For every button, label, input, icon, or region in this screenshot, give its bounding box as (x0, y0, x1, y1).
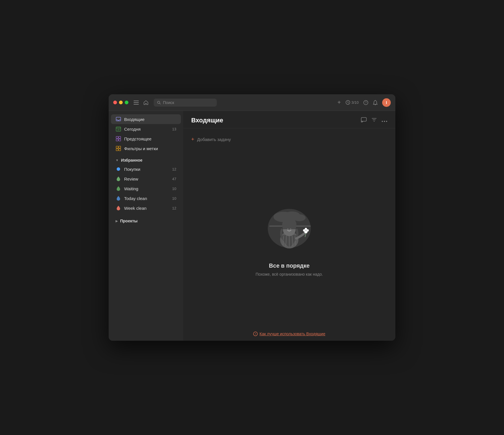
svg-point-24 (382, 121, 383, 122)
maximize-button[interactable] (125, 101, 128, 104)
minimize-button[interactable] (119, 101, 123, 104)
sidebar-item-today-clean-label: Today clean (124, 196, 169, 201)
sidebar-item-shopping-label: Покупки (124, 167, 169, 172)
week-clean-drop-icon (116, 205, 121, 211)
sidebar-item-week-clean-count: 12 (172, 206, 176, 210)
favorites-title: Избранное (121, 158, 142, 162)
clock-icon (345, 100, 350, 105)
svg-text:?: ? (365, 101, 367, 104)
sidebar-item-inbox-label: Входящие (124, 117, 176, 122)
search-input[interactable] (163, 100, 213, 105)
timer-button[interactable]: 3/10 (345, 100, 359, 105)
today-clean-drop-icon (116, 195, 121, 201)
help-link[interactable]: ? Как лучше использовать Входящие (253, 332, 325, 336)
sidebar-toggle-icon[interactable] (133, 99, 139, 106)
svg-rect-16 (116, 146, 118, 148)
help-link-text: Как лучше использовать Входящие (259, 332, 325, 336)
main-content: Входящие 10 Сегодня 13 (109, 111, 395, 341)
favorites-section: ▼ Избранное Покупки 12 (109, 156, 183, 213)
sidebar-item-filters[interactable]: Фильтры и метки (111, 144, 181, 153)
content-header: Входящие (183, 111, 395, 128)
empty-state-subtitle: Похоже, всё организовано как надо. (256, 272, 323, 277)
svg-rect-17 (119, 146, 121, 148)
svg-text:?: ? (255, 333, 256, 336)
sidebar-item-inbox[interactable]: Входящие (111, 114, 181, 124)
add-task-plus-icon: + (191, 136, 194, 142)
search-bar[interactable] (154, 99, 217, 107)
page-title: Входящие (191, 117, 223, 124)
task-counter: 3/10 (351, 100, 359, 105)
sidebar-item-waiting-label: Waiting (124, 186, 169, 191)
empty-state: Все в порядке Похоже, всё организовано к… (250, 153, 329, 321)
svg-rect-19 (119, 149, 121, 151)
close-button[interactable] (113, 101, 117, 104)
comment-icon[interactable] (361, 117, 367, 124)
sidebar-item-upcoming-label: Предстоящее (124, 136, 176, 141)
empty-state-title: Все в порядке (269, 262, 310, 269)
add-task-row[interactable]: + Добавить задачу (191, 134, 387, 145)
titlebar: + 3/10 ? I (109, 94, 395, 111)
review-drop-icon (116, 176, 121, 182)
svg-point-46 (305, 230, 307, 231)
home-icon[interactable] (143, 99, 149, 106)
sidebar-item-today[interactable]: 10 Сегодня 13 (111, 124, 181, 134)
content-footer: ? Как лучше использовать Входящие (183, 327, 395, 341)
projects-header[interactable]: ▶ Проекты (111, 217, 181, 225)
sidebar-item-shopping[interactable]: Покупки 12 (111, 164, 181, 174)
inbox-icon (116, 116, 121, 122)
svg-rect-13 (119, 136, 121, 138)
add-button[interactable]: + (337, 99, 341, 106)
shopping-dot-icon (116, 166, 121, 172)
notifications-icon[interactable] (373, 100, 378, 105)
traffic-lights (113, 101, 128, 104)
sidebar: Входящие 10 Сегодня 13 (109, 111, 183, 341)
svg-rect-20 (361, 117, 366, 121)
sidebar-item-today-count: 13 (172, 127, 176, 131)
svg-text:10: 10 (117, 129, 120, 131)
svg-rect-1 (134, 102, 139, 103)
sidebar-item-filters-label: Фильтры и метки (124, 146, 176, 151)
today-icon: 10 (116, 126, 121, 132)
svg-point-25 (384, 121, 385, 122)
projects-section: ▶ Проекты (109, 217, 183, 225)
sidebar-item-waiting-count: 10 (172, 187, 176, 191)
sidebar-item-review-label: Review (124, 177, 169, 181)
help-circle-icon: ? (253, 332, 258, 336)
content-area: Входящие (183, 111, 395, 341)
sidebar-item-review[interactable]: Review 47 (111, 174, 181, 184)
search-icon (157, 101, 161, 105)
sidebar-item-waiting[interactable]: Waiting 10 (111, 184, 181, 193)
svg-rect-18 (116, 149, 118, 151)
user-avatar[interactable]: I (382, 98, 391, 107)
svg-rect-2 (134, 104, 139, 105)
more-options-icon[interactable] (382, 117, 387, 124)
svg-rect-15 (119, 139, 121, 141)
svg-point-26 (386, 121, 387, 122)
add-task-label: Добавить задачу (197, 137, 231, 142)
help-icon[interactable]: ? (363, 100, 368, 105)
svg-line-4 (160, 103, 161, 104)
filters-icon (116, 146, 121, 151)
sidebar-item-upcoming[interactable]: Предстоящее (111, 134, 181, 144)
svg-rect-12 (116, 136, 118, 138)
sidebar-item-week-clean-label: Week clean (124, 206, 169, 211)
app-window: + 3/10 ? I (109, 94, 395, 341)
titlebar-right: + 3/10 ? I (337, 98, 391, 107)
sidebar-item-review-count: 47 (172, 177, 176, 181)
sidebar-item-today-clean[interactable]: Today clean 10 (111, 193, 181, 203)
waiting-drop-icon (116, 186, 121, 191)
svg-rect-0 (134, 101, 139, 101)
content-actions (361, 117, 387, 124)
favorites-header[interactable]: ▼ Избранное (111, 156, 181, 164)
content-body: + Добавить задачу (183, 128, 395, 327)
projects-chevron-icon: ▶ (116, 219, 118, 223)
filter-icon[interactable] (371, 117, 377, 124)
sidebar-item-week-clean[interactable]: Week clean 12 (111, 203, 181, 213)
sidebar-item-today-clean-count: 10 (172, 196, 176, 201)
sidebar-item-shopping-count: 12 (172, 167, 176, 171)
sidebar-item-today-label: Сегодня (124, 127, 169, 132)
svg-rect-14 (116, 139, 118, 141)
svg-point-40 (290, 228, 291, 229)
favorites-chevron-icon: ▼ (116, 158, 119, 162)
empty-illustration (261, 198, 318, 256)
